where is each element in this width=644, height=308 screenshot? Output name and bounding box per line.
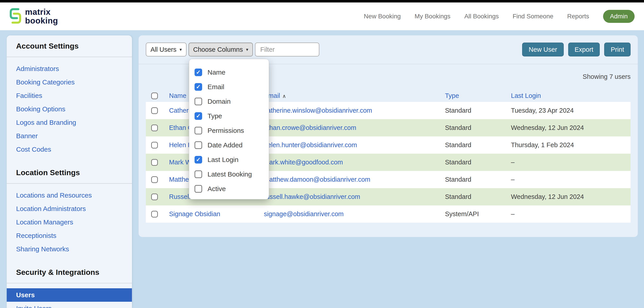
- sidebar-heading-security-integrations: Security & Integrations: [7, 259, 132, 283]
- sidebar-section-location-settings: Location SettingsLocations and Resources…: [7, 159, 132, 259]
- sidebar-item-booking-categories[interactable]: Booking Categories: [7, 75, 132, 89]
- user-email-link[interactable]: matthew.damoon@obsidianriver.com: [264, 176, 445, 183]
- sidebar-section-account-settings: Account SettingsAdministratorsBooking Ca…: [7, 35, 132, 159]
- nav-reports[interactable]: Reports: [567, 13, 589, 20]
- columns-menu-item-active[interactable]: Active: [189, 182, 269, 196]
- columns-menu-label-name: Name: [208, 69, 226, 76]
- export-button[interactable]: Export: [568, 43, 600, 56]
- row-checkbox-catherine-winslow[interactable]: [151, 107, 158, 114]
- nav-find-someone[interactable]: Find Someone: [512, 13, 553, 20]
- sidebar-item-facilities[interactable]: Facilities: [7, 89, 132, 102]
- checkbox-date-added-unchecked[interactable]: [194, 141, 202, 149]
- user-type: Standard: [445, 193, 511, 201]
- sidebar-item-location-administrators[interactable]: Location Administrators: [7, 202, 132, 216]
- user-email-link[interactable]: ethan.crowe@obsidianriver.com: [264, 124, 445, 131]
- row-checkbox-matthew-damoon[interactable]: [151, 176, 158, 183]
- admin-button[interactable]: Admin: [603, 10, 634, 23]
- matrix-booking-logo-icon: [10, 8, 22, 25]
- choose-columns-button[interactable]: Choose Columns ▾: [188, 43, 253, 56]
- user-name-link[interactable]: Signage Obsidian: [169, 210, 264, 218]
- columns-menu-item-date-added[interactable]: Date Added: [189, 138, 269, 152]
- brand-line-1: matrix: [25, 8, 58, 16]
- filter-input[interactable]: [255, 43, 319, 56]
- columns-menu-item-name[interactable]: ✓Name: [189, 65, 269, 80]
- columns-menu-item-last-login[interactable]: ✓Last Login: [189, 152, 269, 167]
- checkbox-domain-unchecked[interactable]: [194, 98, 202, 105]
- select-all-checkbox[interactable]: [151, 92, 158, 99]
- columns-menu-label-active: Active: [208, 185, 226, 193]
- sidebar-heading-location-settings: Location Settings: [7, 159, 132, 183]
- column-header-type[interactable]: Type: [445, 92, 511, 99]
- row-checkbox-russell-hawke[interactable]: [151, 194, 158, 200]
- chevron-down-icon: ▾: [246, 47, 248, 52]
- sidebar-list: UsersInvite Users: [7, 283, 132, 308]
- columns-menu-label-permissions: Permissions: [208, 127, 244, 134]
- table-row-signage-obsidian: Signage Obsidiansignage@obsidianriver.co…: [146, 205, 630, 223]
- sidebar-item-cost-codes[interactable]: Cost Codes: [7, 143, 132, 156]
- sidebar-heading-account-settings: Account Settings: [7, 35, 132, 57]
- top-nav: New BookingMy BookingsAll BookingsFind S…: [364, 10, 634, 23]
- user-email-link[interactable]: signage@obsidianriver.com: [264, 210, 445, 218]
- results-count: Showing 7 users: [583, 73, 630, 80]
- user-email-link[interactable]: mark.white@goodfood.com: [264, 159, 445, 166]
- columns-menu-item-permissions[interactable]: Permissions: [189, 123, 269, 138]
- sidebar: Account SettingsAdministratorsBooking Ca…: [7, 35, 132, 308]
- columns-menu-item-type[interactable]: ✓Type: [189, 109, 269, 123]
- sidebar-item-banner[interactable]: Banner: [7, 129, 132, 143]
- sidebar-item-invite-users[interactable]: Invite Users: [7, 302, 132, 308]
- user-email-link[interactable]: russell.hawke@obsidianriver.com: [264, 193, 445, 201]
- user-email-link[interactable]: helen.hunter@obsidianriver.com: [264, 141, 445, 149]
- checkbox-type-checked[interactable]: ✓: [194, 112, 202, 120]
- column-header-last-login[interactable]: Last Login: [511, 92, 630, 99]
- nav-new-booking[interactable]: New Booking: [364, 13, 401, 20]
- checkbox-active-unchecked[interactable]: [194, 185, 202, 193]
- columns-menu-label-last-login: Last Login: [208, 156, 238, 164]
- row-checkbox-ethan-crowe[interactable]: [151, 124, 158, 131]
- checkbox-name-checked[interactable]: ✓: [194, 69, 202, 76]
- columns-menu-label-type: Type: [208, 112, 222, 120]
- nav-my-bookings[interactable]: My Bookings: [414, 13, 450, 20]
- sidebar-item-users[interactable]: Users: [7, 288, 132, 302]
- row-checkbox-helen-hunter[interactable]: [151, 142, 158, 148]
- chevron-down-icon: ▾: [180, 47, 182, 52]
- brand-logo[interactable]: matrix booking: [10, 8, 58, 25]
- user-last-login: Tuesday, 23 Apr 2024: [511, 107, 630, 114]
- columns-menu-item-email[interactable]: ✓Email: [189, 80, 269, 94]
- sidebar-item-location-managers[interactable]: Location Managers: [7, 216, 132, 229]
- sidebar-item-logos-and-branding[interactable]: Logos and Branding: [7, 116, 132, 129]
- user-email-link[interactable]: catherine.winslow@obsidianriver.com: [264, 107, 445, 114]
- sidebar-item-locations-and-resources[interactable]: Locations and Resources: [7, 189, 132, 202]
- columns-menu-label-date-added: Date Added: [208, 141, 242, 149]
- column-header-email[interactable]: Email∧: [264, 92, 445, 99]
- brand-wordmark: matrix booking: [25, 8, 58, 25]
- user-last-login: Wednesday, 12 Jun 2024: [511, 193, 630, 201]
- checkbox-permissions-unchecked[interactable]: [194, 127, 202, 134]
- sidebar-item-booking-options[interactable]: Booking Options: [7, 102, 132, 116]
- all-users-dropdown[interactable]: All Users ▾: [146, 43, 186, 56]
- row-checkbox-mark-white[interactable]: [151, 159, 158, 166]
- sidebar-item-receptionists[interactable]: Receptionists: [7, 229, 132, 242]
- nav-all-bookings[interactable]: All Bookings: [464, 13, 499, 20]
- app-header: matrix booking New BookingMy BookingsAll…: [0, 3, 644, 30]
- user-last-login: Wednesday, 12 Jun 2024: [511, 124, 630, 131]
- user-last-login: –: [511, 159, 630, 166]
- print-button[interactable]: Print: [604, 43, 630, 56]
- checkbox-last-login-checked[interactable]: ✓: [194, 156, 202, 164]
- checkbox-latest-booking-unchecked[interactable]: [194, 171, 202, 178]
- checkbox-email-checked[interactable]: ✓: [194, 83, 202, 91]
- sidebar-item-administrators[interactable]: Administrators: [7, 62, 132, 75]
- columns-menu-label-latest-booking: Latest Booking: [208, 171, 252, 178]
- user-type: Standard: [445, 107, 511, 114]
- row-checkbox-signage-obsidian[interactable]: [151, 211, 158, 218]
- user-last-login: Thursday, 1 Feb 2024: [511, 141, 630, 149]
- brand-line-2: booking: [25, 16, 58, 25]
- columns-menu-item-domain[interactable]: Domain: [189, 94, 269, 109]
- sidebar-item-sharing-networks[interactable]: Sharing Networks: [7, 242, 132, 256]
- sidebar-list: Locations and ResourcesLocation Administ…: [7, 184, 132, 259]
- user-type: System/API: [445, 210, 511, 218]
- sidebar-list: AdministratorsBooking CategoriesFaciliti…: [7, 57, 132, 159]
- new-user-button[interactable]: New User: [522, 43, 564, 56]
- choose-columns-label: Choose Columns: [193, 46, 243, 53]
- columns-menu-item-latest-booking[interactable]: Latest Booking: [189, 167, 269, 182]
- user-type: Standard: [445, 124, 511, 131]
